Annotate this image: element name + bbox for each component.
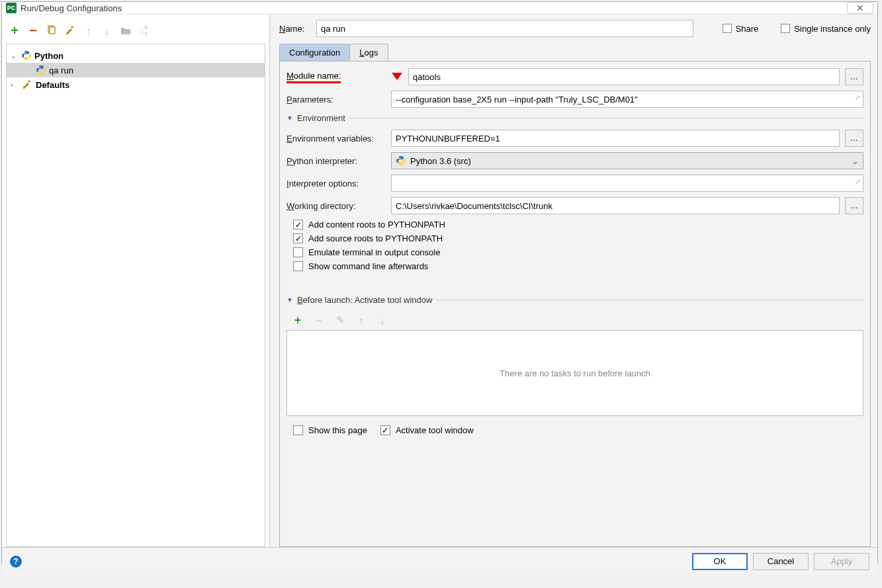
emulate-terminal-checkbox[interactable]: Emulate terminal in output console [293,247,863,257]
parameters-label: Parameters: [287,95,386,105]
tree-label: qa run [49,65,73,75]
titlebar: PC Run/Debug Configurations ✕ [2,2,877,15]
configuration-editor: Name: Share Single instance only Configu… [270,15,877,547]
configuration-tab-body: Module name: … Parameters: --configurati… [279,62,871,547]
window-title: Run/Debug Configurations [21,3,122,13]
emulate-terminal-label: Emulate terminal in output console [308,247,440,257]
tab-logs[interactable]: Logs [349,44,388,61]
add-content-roots-checkbox[interactable]: Add content roots to PYTHONPATH [293,220,863,230]
env-vars-browse-button[interactable]: … [845,130,863,147]
tree-node-qa-run[interactable]: qa run [7,63,265,77]
tree-label: Python [34,51,64,61]
name-label: Name: [279,24,310,34]
move-up-button[interactable]: ↑ [83,24,95,36]
activate-tool-window-checkbox[interactable]: Activate tool window [380,425,474,435]
module-name-label: Module name: [287,71,341,83]
before-remove-button[interactable]: − [313,314,325,326]
tree-toolbar: + − ↑ ↓ ↓az [6,20,265,41]
single-instance-label: Single instance only [794,24,871,34]
dialog-content: + − ↑ ↓ ↓az ⌄ [2,15,877,575]
move-down-button[interactable]: ↓ [101,24,113,36]
before-down-button[interactable]: ↓ [376,314,388,326]
single-instance-checkbox[interactable]: Single instance only [781,24,871,34]
pycharm-icon: PC [6,3,17,13]
chevron-down-icon: ⌄ [852,156,859,166]
chevron-down-icon: ▼ [287,296,293,304]
tree-node-defaults[interactable]: › Defaults [7,77,265,92]
activate-tool-window-label: Activate tool window [396,425,474,435]
configurations-tree[interactable]: ⌄ Python qa run › [6,44,265,547]
env-vars-label: Environment variables: [287,134,386,144]
close-button[interactable]: ✕ [847,2,873,14]
tab-bar: Configuration Logs [279,44,871,62]
wrench-icon [21,79,33,91]
before-launch-header[interactable]: ▼ Before launch: Activate tool window [287,295,863,305]
before-launch-label: Before launch: Activate tool window [297,295,433,305]
python-interpreter-value: Python 3.6 (src) [410,156,471,166]
chevron-down-icon: ▼ [287,114,293,122]
interpreter-options-label: Interpreter options: [287,179,386,189]
python-icon [21,50,32,61]
show-cmdline-checkbox[interactable]: Show command line afterwards [293,261,863,271]
python-interpreter-select[interactable]: Python 3.6 (src) ⌄ [391,152,863,169]
before-launch-toolbar: + − ✎ ↑ ↓ [287,312,863,330]
sort-button[interactable]: ↓az [138,24,150,36]
show-this-page-checkbox[interactable]: Show this page [293,425,367,435]
parameters-input[interactable]: --configuration base_2X5 run --input-pat… [391,91,863,108]
copy-config-button[interactable] [46,24,58,36]
ok-button[interactable]: OK [692,553,748,570]
env-vars-input[interactable] [391,130,840,147]
environment-section-header[interactable]: ▼ Environment [287,113,863,123]
python-interpreter-label: Python interpreter: [287,156,386,166]
tab-configuration[interactable]: Configuration [279,44,350,61]
before-launch-tasks-list[interactable]: There are no tasks to run before launch [287,330,863,416]
working-directory-input[interactable] [391,197,840,214]
before-up-button[interactable]: ↑ [355,314,367,326]
help-button[interactable]: ? [10,556,22,567]
python-icon [36,65,46,75]
module-name-input[interactable] [408,68,840,85]
svg-rect-1 [50,27,55,34]
tree-node-python[interactable]: ⌄ Python [7,48,265,63]
dialog-footer: ? OK Cancel Apply [2,547,877,575]
working-directory-label: Working directory: [287,201,386,211]
cancel-button[interactable]: Cancel [753,553,809,570]
add-content-roots-label: Add content roots to PYTHONPATH [308,220,445,230]
chevron-down-icon: ⌄ [11,52,19,60]
before-add-button[interactable]: + [292,314,304,326]
no-tasks-placeholder: There are no tasks to run before launch [500,368,650,378]
add-source-roots-checkbox[interactable]: Add source roots to PYTHONPATH [293,233,863,243]
configurations-tree-panel: + − ↑ ↓ ↓az ⌄ [2,15,270,547]
show-this-page-label: Show this page [308,425,367,435]
interpreter-options-input[interactable] [391,175,863,192]
add-source-roots-label: Add source roots to PYTHONPATH [308,233,443,243]
share-checkbox[interactable]: Share [723,24,759,34]
run-debug-dialog: PC Run/Debug Configurations ✕ + − ↑ ↓ [1,1,878,564]
script-mode-dropdown-icon[interactable] [391,72,403,81]
apply-button[interactable]: Apply [814,553,869,570]
name-input[interactable] [316,20,693,37]
chevron-right-icon: › [11,81,19,89]
show-cmdline-label: Show command line afterwards [308,261,428,271]
add-config-button[interactable]: + [9,24,21,36]
environment-header-label: Environment [297,113,345,123]
python-icon [396,155,406,166]
tree-label: Defaults [36,80,69,90]
share-label: Share [736,24,759,34]
remove-config-button[interactable]: − [27,24,39,36]
workdir-browse-button[interactable]: … [845,197,863,214]
module-browse-button[interactable]: … [845,68,863,85]
edit-defaults-button[interactable] [64,24,76,36]
folder-button[interactable] [120,24,132,36]
before-edit-button[interactable]: ✎ [334,314,346,326]
